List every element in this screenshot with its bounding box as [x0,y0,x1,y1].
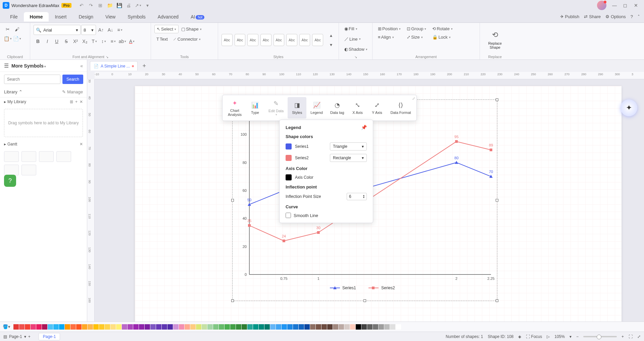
y-axis-btn[interactable]: ⤢Y Axis [368,97,387,119]
line-btn[interactable]: ／ Line [342,35,363,43]
color-swatch[interactable] [59,324,64,330]
add-tab-button[interactable]: + [140,61,149,71]
gantt-symbol-5[interactable] [4,165,19,175]
style-btn-5[interactable]: Abc [274,34,285,46]
rotate-btn[interactable]: ⟲ Rotate [430,25,454,33]
underline-icon[interactable]: U [52,37,61,46]
connector-tool[interactable]: ⟋ Connector [170,35,203,43]
copy-icon[interactable]: 📋 [3,34,12,43]
color-swatch[interactable] [25,324,30,330]
toolbar-expand-icon[interactable]: ⤢ [412,96,415,101]
save-icon[interactable]: 💾 [115,1,123,9]
color-swatch[interactable] [236,324,241,330]
zoom-out-icon[interactable]: − [576,334,579,339]
superscript-icon[interactable]: X² [71,37,80,46]
color-swatch[interactable] [31,324,36,330]
menu-ai[interactable]: AIhot [185,12,210,22]
color-swatch[interactable] [82,324,87,330]
color-swatch[interactable] [270,324,276,330]
color-swatch[interactable] [327,324,333,330]
color-swatch[interactable] [384,324,390,330]
series1-shape-select[interactable]: Triangle▾ [330,142,367,151]
menu-design[interactable]: Design [72,12,99,22]
replace-shape-label[interactable]: Replace Shape [488,41,502,49]
add-page-icon[interactable]: + [28,334,31,339]
lib-plus-icon[interactable]: + [75,99,78,104]
color-swatch[interactable] [99,324,104,330]
color-swatch[interactable] [70,324,76,330]
style-btn-4[interactable]: Abc [260,34,271,46]
smooth-line-checkbox[interactable] [286,213,291,218]
color-swatch[interactable] [316,324,321,330]
color-swatch[interactable] [202,324,207,330]
position-btn[interactable]: ⊞ Position [376,25,403,33]
chart-type-btn[interactable]: 📊Type [246,97,264,119]
pin-icon[interactable]: 📌 [361,125,367,130]
chart-styles-btn[interactable]: ◨Styles [288,97,306,119]
help-icon[interactable]: ? [631,14,633,19]
page-list-icon[interactable]: ▤ [3,334,7,339]
print-icon[interactable]: 🖨 [125,1,133,9]
color-swatch[interactable] [293,324,298,330]
color-swatch[interactable] [190,324,196,330]
color-swatch[interactable] [179,324,184,330]
style-btn-7[interactable]: Abc [299,34,310,46]
color-swatch[interactable] [13,324,19,330]
increase-font-icon[interactable]: A↑ [97,26,105,34]
style-btn-1[interactable]: Abc [221,34,233,46]
color-swatch[interactable] [356,324,361,330]
replace-shape-icon[interactable]: ⟲ [491,31,499,39]
color-swatch[interactable] [213,324,218,330]
color-swatch[interactable] [88,324,93,330]
options-link[interactable]: ⚙ Options [605,14,626,19]
color-swatch[interactable] [230,324,236,330]
export-icon[interactable]: ↗ [134,1,142,9]
new-icon[interactable]: ⊞ [96,1,104,9]
style-up-icon[interactable]: ▴ [327,31,335,40]
color-swatch[interactable] [53,324,59,330]
maximize-button[interactable]: ◻ [620,1,631,9]
color-swatch[interactable] [162,324,167,330]
zoom-level[interactable]: 105% [554,334,565,339]
manage-link[interactable]: ✎ Manage [62,89,83,94]
data-tag-btn[interactable]: ◔Data tag [327,97,348,119]
menu-symbols[interactable]: Symbols [121,12,152,22]
edit-data-btn[interactable]: ✎Edit Data [265,97,287,119]
more-symbols-title[interactable]: More Symbols [11,63,46,69]
shadow-btn[interactable]: ◐ Shadow [342,45,369,53]
color-swatch[interactable] [19,324,24,330]
color-swatch[interactable] [276,324,281,330]
undo-icon[interactable]: ↶ [78,1,86,9]
color-swatch[interactable] [339,324,344,330]
select-tool[interactable]: ↖ Select [154,25,179,33]
decrease-font-icon[interactable]: A↓ [106,26,115,34]
shape-tool[interactable]: ▢ Shape [179,25,204,33]
align-btn[interactable]: ≡ Align [376,33,403,41]
paint-bucket-icon[interactable]: 🪣▾ [3,324,10,329]
strike-icon[interactable]: S̶ [62,37,70,46]
collapse-panel-icon[interactable]: « [80,63,83,69]
data-format-btn[interactable]: ⟨⟩Data Format [387,97,414,119]
font-name-select[interactable]: 🔍 Arial▾ [34,25,81,35]
fullscreen-icon[interactable]: ⤢ [637,334,641,339]
menu-view[interactable]: View [99,12,121,22]
page[interactable]: 02040608010012000.75122.2550605280703524… [135,86,622,322]
open-icon[interactable]: 📁 [106,1,114,9]
publish-link[interactable]: ✈ Publish [560,14,580,19]
color-swatch[interactable] [350,324,355,330]
gantt-symbol-2[interactable] [21,151,36,162]
color-swatch[interactable] [207,324,213,330]
lib-add-icon[interactable]: ⊞ [70,99,73,104]
group-btn[interactable]: ⊡ Group [405,25,428,33]
play-icon[interactable]: ▷ [547,334,550,339]
menu-insert[interactable]: Insert [49,12,72,22]
color-swatch[interactable] [150,324,156,330]
my-library-label[interactable]: My Library [7,99,26,104]
more-icon[interactable]: ▾ [143,1,151,9]
color-swatch[interactable] [282,324,287,330]
color-swatch[interactable] [219,324,224,330]
page-tab-1[interactable]: Page-1 [39,333,60,340]
color-swatch[interactable] [390,324,395,330]
color-swatch[interactable] [247,324,253,330]
fill-btn[interactable]: ◉ Fill [342,25,359,33]
